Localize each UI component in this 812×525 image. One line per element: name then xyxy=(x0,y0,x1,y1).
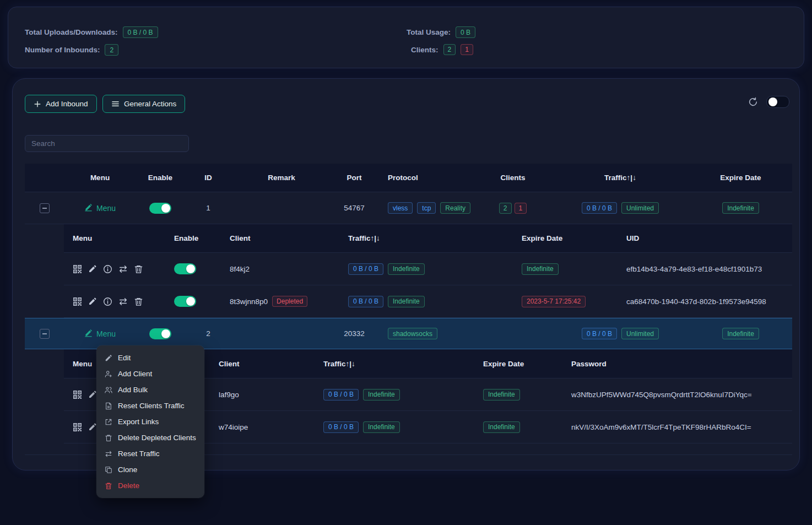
header-enable: Enable xyxy=(136,174,185,182)
export-links-icon xyxy=(105,418,112,426)
menu-item-reset-traffic[interactable]: Reset Traffic xyxy=(96,446,204,462)
inbound-enable-toggle[interactable] xyxy=(149,203,171,214)
stat-label: Clients: xyxy=(411,46,439,54)
inbound-enable-toggle[interactable] xyxy=(149,328,171,339)
stat-number-of-inbounds: Number of Inbounds: 2 xyxy=(25,44,118,56)
stat-total-uploads-downloads: Total Uploads/Downloads: 0 B / 0 B xyxy=(25,26,158,38)
header-expire-date: Expire Date xyxy=(689,174,792,182)
menu-item-delete-depleted-clients[interactable]: Delete Depleted Clients xyxy=(96,430,204,446)
reset-traffic-icon[interactable] xyxy=(118,264,128,274)
depleted-badge: Depleted xyxy=(272,296,307,307)
edit-pencil-icon xyxy=(84,329,93,339)
menu-item-add-client[interactable]: Add Client xyxy=(96,366,204,382)
info-icon[interactable] xyxy=(103,297,112,306)
traffic-badge: 0 B / 0 B xyxy=(323,421,359,433)
header-clients: Clients xyxy=(474,174,551,182)
inbound-table-header: Menu Enable ID Remark Port Protocol Clie… xyxy=(25,164,792,192)
toggle-knob xyxy=(161,329,170,338)
inbound-menu-button[interactable]: Menu xyxy=(84,329,116,339)
stat-value-badge: 2 xyxy=(105,44,118,56)
general-actions-button[interactable]: General Actions xyxy=(102,95,185,113)
expire-badge: Indefinite xyxy=(522,263,559,275)
refresh-icon[interactable] xyxy=(748,97,758,107)
add-inbound-button[interactable]: Add Inbound xyxy=(25,95,97,113)
qrcode-icon[interactable] xyxy=(73,390,82,399)
delete-depleted-icon xyxy=(105,434,112,442)
expire-badge: Indefinite xyxy=(483,421,520,433)
client-password: nkV/I/3XoAm9v6xMT/T5lcrF4TpeTKF98rHARbRo… xyxy=(562,423,792,431)
clone-icon xyxy=(105,466,112,474)
traffic-badge: 0 B / 0 B xyxy=(582,328,617,339)
stat-clients: Clients: 2 1 xyxy=(411,44,473,55)
inbounds-page: Total Uploads/Downloads: 0 B / 0 B Total… xyxy=(0,0,812,525)
menu-item-add-bulk[interactable]: Add Bulk xyxy=(96,382,204,398)
header-menu: Menu xyxy=(64,174,136,182)
edit-icon xyxy=(105,354,112,362)
traffic-limit-badge: Indefinite xyxy=(388,296,425,307)
header-traffic-sort[interactable]: Traffic↑|↓ xyxy=(339,234,513,242)
traffic-total-badge: Unlimited xyxy=(621,202,659,214)
client-table-header: Menu Enable Client Traffic↑|↓ Expire Dat… xyxy=(64,224,792,253)
add-bulk-icon xyxy=(105,386,112,394)
header-password: Password xyxy=(562,360,792,368)
traffic-badge: 0 B / 0 B xyxy=(348,296,383,307)
edit-icon[interactable] xyxy=(88,264,97,273)
edit-icon[interactable] xyxy=(88,390,97,399)
client-password: w3NfbzUPf5WWd745Q8pvsmQrdrttT2lO6knuI7Di… xyxy=(562,391,792,399)
delete-icon[interactable] xyxy=(134,264,143,274)
qrcode-icon[interactable] xyxy=(73,423,82,432)
edit-icon[interactable] xyxy=(88,423,97,431)
qrcode-icon[interactable] xyxy=(73,297,82,306)
protocol-tag: tcp xyxy=(417,202,436,214)
protocol-tag: Reality xyxy=(440,202,470,214)
inbound-row-2[interactable]: Menu 2 20332 shadowsocks 0 B / 0 B Unlim… xyxy=(25,318,792,349)
traffic-limit-badge: Indefinite xyxy=(363,421,400,433)
menu-item-delete[interactable]: Delete xyxy=(96,478,204,494)
edit-icon[interactable] xyxy=(88,297,97,306)
client-enable-toggle[interactable] xyxy=(174,263,196,274)
stats-panel: Total Uploads/Downloads: 0 B / 0 B Total… xyxy=(8,7,804,68)
inbound-id: 2 xyxy=(185,329,232,338)
info-icon[interactable] xyxy=(103,264,112,274)
collapse-row-icon[interactable] xyxy=(40,203,50,213)
traffic-limit-badge: Indefinite xyxy=(388,263,425,275)
search-input[interactable] xyxy=(25,135,189,152)
reset-clients-traffic-icon xyxy=(105,402,112,410)
client-name: w74ioipe xyxy=(219,423,248,431)
inbound-port: 54767 xyxy=(331,204,377,212)
stat-label: Total Uploads/Downloads: xyxy=(25,28,118,36)
stat-value-badge: 0 B / 0 B xyxy=(123,26,158,38)
client-uid: efb14b43-4a79-4e83-ef18-e48cf1901b73 xyxy=(618,265,792,273)
clients-subtable-vless: Menu Enable Client Traffic↑|↓ Expire Dat… xyxy=(64,224,792,318)
toggle-knob xyxy=(161,204,170,213)
header-enable: Enable xyxy=(163,234,221,242)
menu-item-reset-clients-traffic[interactable]: Reset Clients Traffic xyxy=(96,398,204,414)
menu-item-export-links[interactable]: Export Links xyxy=(96,414,204,430)
protocol-tag: vless xyxy=(388,202,413,214)
traffic-limit-badge: Indefinite xyxy=(363,389,400,400)
header-remark: Remark xyxy=(232,174,331,182)
delete-icon xyxy=(105,482,112,490)
header-traffic-sort[interactable]: Traffic↑|↓ xyxy=(315,360,474,368)
inbound-row-1[interactable]: Menu 1 54767 vless tcp Reality 2 1 0 B / xyxy=(25,192,792,224)
inbound-menu-button[interactable]: Menu xyxy=(84,203,116,213)
menu-item-edit[interactable]: Edit xyxy=(96,350,204,366)
header-traffic-sort[interactable]: Traffic↑|↓ xyxy=(551,174,689,182)
theme-toggle[interactable] xyxy=(766,96,789,108)
traffic-badge: 0 B / 0 B xyxy=(348,263,383,275)
inbound-id: 1 xyxy=(185,204,232,212)
menu-item-clone[interactable]: Clone xyxy=(96,462,204,478)
client-name: 8t3wjnn8p0 xyxy=(230,297,268,306)
toggle-knob xyxy=(186,297,195,306)
client-enable-toggle[interactable] xyxy=(174,296,196,307)
reset-traffic-icon[interactable] xyxy=(118,297,128,306)
stat-value-badge: 0 B xyxy=(456,26,475,38)
add-client-icon xyxy=(105,370,112,378)
collapse-row-icon[interactable] xyxy=(40,329,50,339)
traffic-badge: 0 B / 0 B xyxy=(582,202,617,214)
qrcode-icon[interactable] xyxy=(73,264,82,274)
expire-badge: Indefinite xyxy=(722,328,759,339)
client-row-8t3wjnn8p0: 8t3wjnn8p0 Depleted 0 B / 0 B Indefinite… xyxy=(64,285,792,318)
delete-icon[interactable] xyxy=(134,297,143,306)
traffic-badge: 0 B / 0 B xyxy=(323,389,359,400)
